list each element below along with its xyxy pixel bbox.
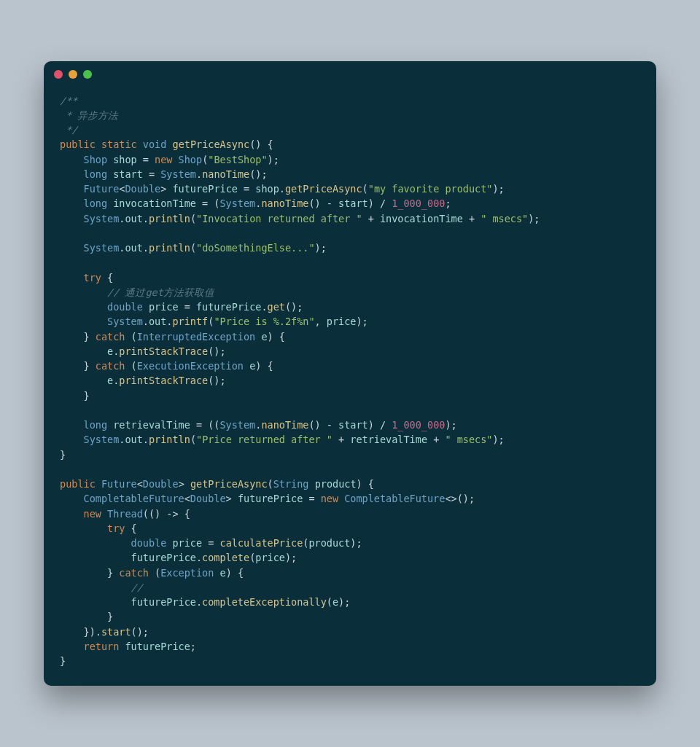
type: Double [143,478,179,490]
identifier: e [332,596,338,608]
method: nanoTime [261,197,308,209]
type: String [273,478,309,490]
minimize-icon[interactable] [69,70,77,79]
string: "Price is %.2f%n" [214,316,314,327]
type: System [84,434,120,445]
type: Future [84,183,120,195]
identifier: product [308,537,350,549]
keyword: public [60,478,96,490]
identifier: start [338,419,368,431]
comment: */ [60,124,77,136]
type: System [160,168,196,180]
method: println [149,434,190,445]
method: println [149,242,190,254]
method: get [268,301,285,313]
identifier: futurePrice [131,552,196,563]
identifier: e [107,345,113,357]
method: completeExceptionally [202,596,327,608]
string: " msecs" [445,434,492,445]
string: "Price returned after " [196,434,332,445]
string: " msecs" [481,213,528,224]
comment: /** [60,95,77,106]
keyword: try [107,523,125,534]
type: double [107,301,143,313]
keyword: return [84,641,120,652]
identifier: start [338,197,368,209]
identifier: futurePrice [196,301,261,313]
type: ExecutionException [137,360,244,372]
number: 1_000_000 [392,419,445,431]
identifier: retrievalTime [350,434,427,445]
identifier: futurePrice [131,596,196,608]
keyword: try [84,272,101,283]
keyword: static [101,138,137,150]
method: println [149,213,190,224]
type: System [219,419,255,431]
identifier: e [249,360,255,372]
identifier: out [149,316,166,327]
function-name: getPriceAsync [173,138,250,150]
identifier: start [113,168,143,180]
identifier: out [125,213,142,224]
method: start [101,626,131,638]
type: System [84,242,120,254]
type: void [143,138,167,150]
identifier: price [327,316,357,327]
type: CompletableFuture [84,493,184,504]
function-name: getPriceAsync [190,478,268,490]
code-block[interactable]: /** * 异步方法 */ public static void getPric… [44,87,656,669]
identifier: out [125,434,142,445]
identifier: e [261,331,267,343]
identifier: price [255,552,285,563]
string: "my favorite product" [368,183,493,195]
comment: // 通过get方法获取值 [107,286,214,298]
method: complete [202,552,249,563]
method: printStackTrace [119,345,208,357]
identifier: product [315,478,357,490]
method: nanoTime [261,419,308,431]
identifier: shop [113,154,137,165]
identifier: price [149,301,179,313]
keyword: public [60,138,96,150]
identifier: out [125,242,142,254]
type: Double [190,493,226,504]
identifier: retrievalTime [113,419,190,431]
identifier: shop [255,183,279,195]
close-icon[interactable] [54,70,63,79]
identifier: invocationTime [113,197,196,209]
type: InterruptedException [137,331,256,343]
keyword: catch [96,331,125,343]
method: getPriceAsync [285,183,362,195]
string: "doSomethingElse..." [196,242,315,254]
method: printStackTrace [119,375,208,386]
type: System [219,197,255,209]
keyword: catch [96,360,125,372]
comment: // [131,582,143,593]
string: "Invocation returned after " [196,213,362,224]
identifier: price [172,537,202,549]
type: Future [101,478,137,490]
method: calculatePrice [220,537,303,549]
method: printf [172,316,208,327]
type: Double [125,183,160,195]
type: long [84,197,108,209]
type: Shop [84,154,108,165]
identifier: futurePrice [172,183,237,195]
identifier: e [107,375,113,386]
type: double [131,537,167,549]
identifier: futurePrice [238,493,303,504]
string: "BestShop" [208,154,267,165]
type: Shop [179,154,203,165]
code-window: /** * 异步方法 */ public static void getPric… [44,61,656,687]
keyword: new [321,493,338,504]
zoom-icon[interactable] [83,70,92,79]
window-titlebar [44,61,656,87]
identifier: e [219,567,225,579]
type: Thread [107,508,143,520]
method: nanoTime [202,168,249,180]
type: Exception [160,567,214,579]
type: long [84,419,108,431]
keyword: new [155,154,172,165]
type: System [107,316,143,327]
keyword: catch [119,567,149,579]
